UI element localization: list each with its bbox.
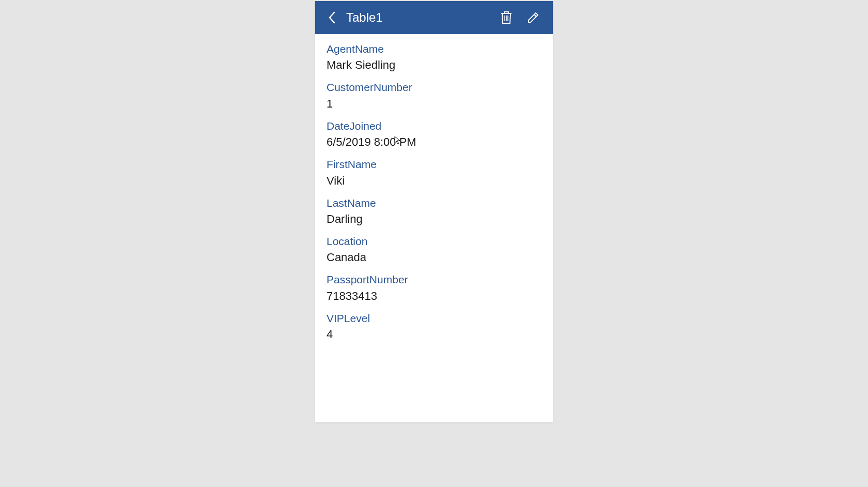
trash-icon [501, 11, 512, 24]
page-title: Table1 [346, 10, 491, 25]
field-label: DateJoined [327, 118, 541, 133]
field-value: Canada [327, 249, 541, 266]
edit-button[interactable] [522, 6, 545, 29]
field-value: Darling [327, 210, 541, 227]
field-value: Viki [327, 172, 541, 189]
field-label: FirstName [327, 157, 541, 172]
field-firstname: FirstName Viki [327, 155, 541, 189]
app-container: Table1 AgentName Mark Siedling CustomerN [315, 1, 553, 422]
field-lastname: LastName Darling [327, 193, 541, 227]
field-label: VIPLevel [327, 311, 541, 326]
field-label: LastName [327, 195, 541, 210]
delete-button[interactable] [495, 6, 518, 29]
chevron-left-icon [328, 11, 335, 24]
field-value: 6/5/2019 8:00 PM [327, 133, 541, 150]
field-label: CustomerNumber [327, 80, 541, 95]
header-bar: Table1 [315, 1, 553, 34]
field-label: Location [327, 234, 541, 249]
field-datejoined: DateJoined 6/5/2019 8:00 PM [327, 116, 541, 150]
field-value: 4 [327, 326, 541, 343]
field-viplevel: VIPLevel 4 [327, 309, 541, 343]
pencil-icon [527, 11, 539, 24]
field-customernumber: CustomerNumber 1 [327, 78, 541, 112]
field-value: 71833413 [327, 287, 541, 305]
field-agentname: AgentName Mark Siedling [327, 39, 541, 73]
field-label: AgentName [327, 41, 541, 56]
field-location: Location Canada [327, 232, 541, 266]
field-value: 1 [327, 95, 541, 112]
field-value: Mark Siedling [327, 56, 541, 73]
detail-content: AgentName Mark Siedling CustomerNumber 1… [315, 34, 553, 352]
back-button[interactable] [323, 9, 340, 26]
field-passportnumber: PassportNumber 71833413 [327, 270, 541, 304]
field-label: PassportNumber [327, 272, 541, 287]
